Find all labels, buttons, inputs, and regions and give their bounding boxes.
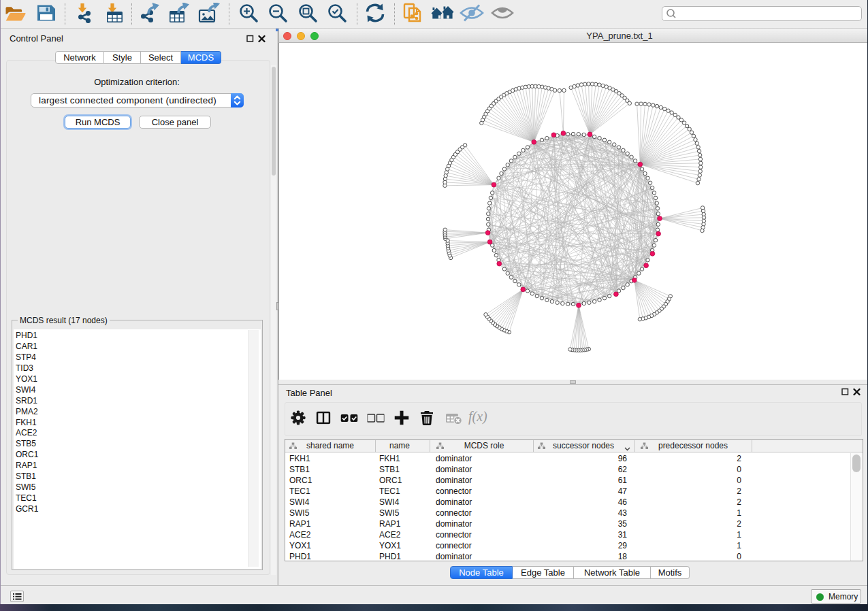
svg-text:f(x): f(x): [468, 410, 487, 425]
